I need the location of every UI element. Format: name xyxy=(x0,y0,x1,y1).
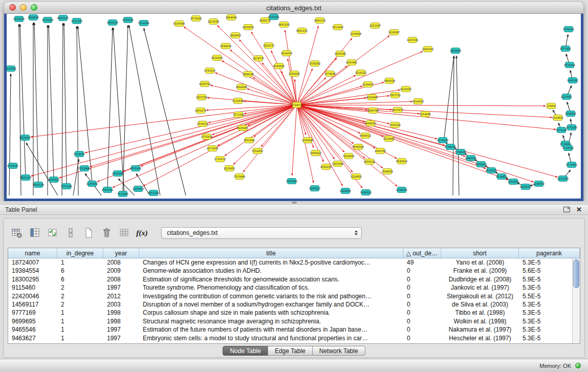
graph-node[interactable]: 1664091 xyxy=(226,15,237,20)
graph-node[interactable]: 1894596 xyxy=(28,15,39,20)
table-cell[interactable]: 0 xyxy=(403,275,441,283)
close-window-icon[interactable] xyxy=(9,4,16,11)
graph-edge-red[interactable] xyxy=(31,105,297,137)
graph-edge-black[interactable] xyxy=(78,26,92,183)
graph-node[interactable]: 5799189 xyxy=(455,149,466,155)
graph-node[interactable]: 9154490 xyxy=(366,95,378,100)
graph-node[interactable]: 1248051 xyxy=(396,187,407,193)
graph-edge-red[interactable] xyxy=(113,105,297,187)
table-cell[interactable]: Nakamura et al. (1997) xyxy=(441,325,519,334)
graph-node[interactable]: 1762541 xyxy=(122,17,134,23)
column-visibility-button[interactable] xyxy=(28,226,41,240)
graph-edge-black[interactable] xyxy=(64,23,67,185)
graph-node[interactable]: 3220171 xyxy=(263,43,274,49)
graph-edge-red[interactable] xyxy=(292,105,297,176)
table-cell[interactable]: 5.3E-5 xyxy=(519,300,580,309)
table-cell[interactable]: Structural magnetic resonance image aver… xyxy=(139,317,403,325)
table-cell[interactable]: 1998 xyxy=(103,309,139,317)
graph-node[interactable]: 1696209 xyxy=(220,43,231,49)
table-cell[interactable]: 5.3E-5 xyxy=(519,258,580,267)
graph-node[interactable]: 1216162 xyxy=(400,86,411,92)
table-cell[interactable]: 2 xyxy=(57,283,103,292)
graph-node[interactable]: 3451341 xyxy=(148,190,159,196)
graph-node[interactable]: 1095822 xyxy=(48,177,59,183)
graph-edge-red[interactable] xyxy=(251,32,297,105)
graph-node[interactable]: 1104821 xyxy=(552,115,563,121)
table-cell[interactable]: 22420046 xyxy=(8,292,57,300)
graph-node[interactable]: 1895813 xyxy=(309,186,320,191)
graph-node[interactable]: 1895812 xyxy=(310,150,321,156)
graph-node[interactable]: 1210061 xyxy=(561,94,572,100)
graph-node[interactable]: 9565343 xyxy=(130,166,141,171)
tab-network-table[interactable]: Network Table xyxy=(312,346,365,356)
table-cell[interactable]: 5.3E-5 xyxy=(519,325,580,334)
table-cell[interactable]: Changes of HCN gene expression and I(f) … xyxy=(139,258,403,267)
table-cell[interactable]: 2009 xyxy=(103,267,139,275)
table-cell[interactable]: 0 xyxy=(403,292,441,300)
graph-node[interactable]: 1451271 xyxy=(195,108,206,114)
graph-edge-black[interactable] xyxy=(123,25,128,193)
table-cell[interactable]: 5.3E-5 xyxy=(519,317,580,325)
graph-node[interactable]: 1558242 xyxy=(309,61,320,67)
graph-node[interactable]: 7650341 xyxy=(244,138,255,143)
graph-node[interactable]: 1737672 xyxy=(214,157,226,162)
select-columns-button[interactable] xyxy=(46,226,59,240)
table-cell[interactable]: 1 xyxy=(57,258,103,267)
table-cell[interactable]: 0 xyxy=(403,334,441,342)
graph-node[interactable]: 1572429 xyxy=(190,16,202,21)
graph-node[interactable]: 6771051 xyxy=(566,162,577,168)
table-cell[interactable]: Hescheler et al. (1997) xyxy=(441,334,519,342)
table-cell[interactable]: Embryonic stem cells: a model to study s… xyxy=(139,334,403,342)
table-cell[interactable]: 6 xyxy=(57,267,103,275)
table-cell[interactable]: 9465546 xyxy=(8,325,57,334)
table-cell[interactable]: 6 xyxy=(57,275,103,283)
table-cell[interactable]: 1 xyxy=(57,325,103,334)
graph-node[interactable]: 1224951 xyxy=(340,188,351,194)
graph-node[interactable]: 1616253 xyxy=(281,51,292,56)
graph-node[interactable]: 9335145 xyxy=(7,163,18,169)
tab-edge-table[interactable]: Edge Table xyxy=(268,346,313,356)
table-cell[interactable]: Investigating the contribution of common… xyxy=(139,292,403,300)
graph-node[interactable]: 7357751 xyxy=(389,93,401,98)
window-titlebar[interactable]: citations_edges.txt xyxy=(4,2,583,14)
graph-node[interactable]: 1235451 xyxy=(224,166,235,171)
table-cell[interactable]: Estimation of the future numbers of pati… xyxy=(139,325,403,334)
graph-edge-red[interactable] xyxy=(215,73,297,105)
graph-node[interactable]: 1210062 xyxy=(557,176,569,182)
graph-edge-red[interactable] xyxy=(90,105,297,167)
graph-edge-red[interactable] xyxy=(297,51,423,105)
graph-node[interactable]: 1986190 xyxy=(243,72,254,77)
table-cell[interactable]: 49 xyxy=(403,258,441,267)
table-row[interactable]: 1456911722003Disruption of a novel membe… xyxy=(8,300,580,309)
graph-node[interactable]: 1267152 xyxy=(196,95,207,100)
graph-node[interactable]: 1593071 xyxy=(197,121,208,127)
graph-edge-red[interactable] xyxy=(31,105,297,176)
graph-node[interactable]: 9691301 xyxy=(278,22,290,28)
graph-node[interactable]: 1961372 xyxy=(314,18,325,24)
graph-node[interactable]: 7254401 xyxy=(252,148,263,154)
table-cell[interactable]: 1998 xyxy=(103,317,139,325)
graph-node[interactable]: 1583445 xyxy=(289,71,300,77)
graph-edge-black[interactable] xyxy=(444,56,454,138)
graph-node[interactable]: 1677809 xyxy=(207,146,218,151)
graph-node[interactable]: 1485303 xyxy=(422,47,433,52)
table-cell[interactable]: 5.3E-5 xyxy=(519,309,580,317)
import-table-button[interactable] xyxy=(117,226,131,240)
table-cell[interactable]: 5.6E-5 xyxy=(519,267,580,275)
table-cell[interactable]: 5.5E-5 xyxy=(519,292,580,300)
graph-node[interactable]: 2062109 xyxy=(320,164,332,170)
graph-edge-red[interactable] xyxy=(297,38,352,105)
graph-node[interactable]: 1724012 xyxy=(291,102,302,108)
row-tools-button[interactable] xyxy=(63,226,77,240)
table-cell[interactable]: Tibbo et al. (1998) xyxy=(441,309,519,317)
graph-node[interactable]: 15958 xyxy=(547,103,556,109)
table-mode-button[interactable] xyxy=(10,226,24,240)
column-header-out_de[interactable]: △ out_de… xyxy=(403,248,441,258)
graph-node[interactable]: 9277441 xyxy=(560,46,571,52)
table-row[interactable]: 969969511998Structural magnetic resonanc… xyxy=(8,317,580,325)
graph-node[interactable]: 8549313 xyxy=(396,159,407,164)
table-cell[interactable]: Estimation of significance thresholds fo… xyxy=(139,275,403,283)
graph-node[interactable]: 1071145 xyxy=(556,127,567,133)
table-cell[interactable]: Stergiakouli et al. (2012) xyxy=(441,292,519,300)
graph-node[interactable]: 9495780 xyxy=(367,108,379,114)
